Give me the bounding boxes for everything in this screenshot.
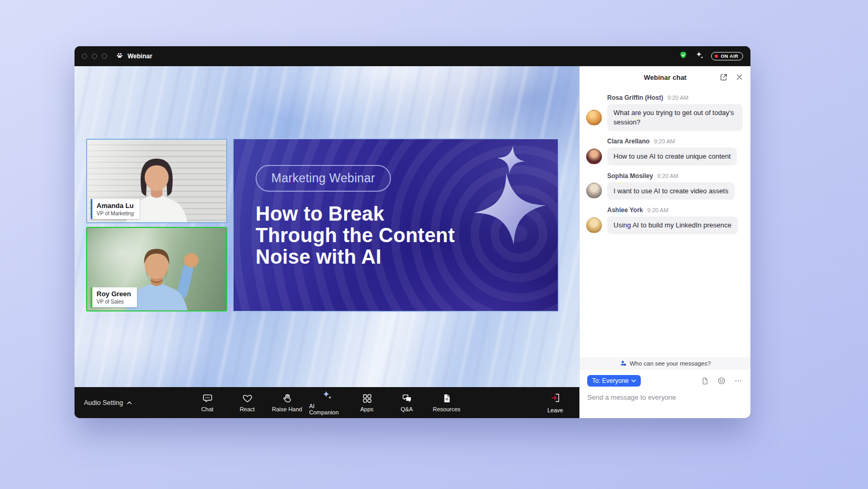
on-air-badge: ON AIR xyxy=(711,52,743,60)
heart-icon xyxy=(242,393,253,403)
avatar xyxy=(586,217,602,233)
message-bubble: Using AI to build my LinkedIn presence xyxy=(607,216,738,234)
video-stage: Amanda Lu VP of Marketing xyxy=(75,66,579,387)
leave-label: Leave xyxy=(547,407,563,413)
chat-message: Ashlee York 9:20 AM Using AI to build my… xyxy=(580,202,750,236)
minimize-window-button[interactable] xyxy=(92,54,97,59)
main-column: Amanda Lu VP of Marketing xyxy=(75,66,579,418)
message-bubble: I want to use AI to create video assets xyxy=(607,182,735,200)
message-timestamp: 9:20 AM xyxy=(654,138,675,144)
slide-title: How to Break Through the Content Noise w… xyxy=(256,203,455,268)
security-shield-icon[interactable] xyxy=(679,50,688,62)
avatar xyxy=(586,183,602,199)
chevron-down-icon xyxy=(631,379,636,382)
more-options-icon[interactable] xyxy=(734,376,743,386)
message-author: Ashlee York xyxy=(607,206,643,214)
chat-button[interactable]: Chat xyxy=(189,389,225,417)
toolbar-center: Chat React Raise Hand xyxy=(189,387,464,418)
toolbar-button-label: Apps xyxy=(360,406,373,412)
traffic-lights xyxy=(82,54,107,59)
qa-button[interactable]: Q&A xyxy=(389,389,425,417)
window-title-group: Webinar xyxy=(115,51,152,61)
document-icon xyxy=(441,393,452,403)
window-body: Amanda Lu VP of Marketing xyxy=(75,66,750,418)
leave-door-icon xyxy=(550,392,561,404)
toolbar-button-label: Q&A xyxy=(400,406,412,412)
meeting-toolbar: Audio Setting Chat xyxy=(75,387,579,418)
message-timestamp: 9:20 AM xyxy=(657,173,678,179)
chat-panel: Webinar chat Rosa Griffin (Host) xyxy=(579,66,750,418)
message-author: Sophia Mosiley xyxy=(607,172,653,180)
shared-slide: Marketing Webinar How to Break Through t… xyxy=(232,138,559,312)
chevron-up-icon xyxy=(126,399,132,407)
qa-bubbles-icon xyxy=(401,393,412,403)
react-button[interactable]: React xyxy=(229,389,265,417)
decorative-star-icon xyxy=(470,169,550,249)
privacy-person-icon xyxy=(620,360,627,368)
audio-setting-label: Audio Setting xyxy=(84,399,123,407)
ai-sparkle-icon[interactable] xyxy=(695,50,704,62)
toolbar-button-label: Raise Hand xyxy=(272,406,302,412)
message-bubble: What are you trying to get out of today'… xyxy=(607,104,743,131)
chat-message: Clara Arellano 9:20 AM How to use AI to … xyxy=(580,133,750,168)
apps-button[interactable]: Apps xyxy=(349,389,385,417)
chat-header-icons xyxy=(719,72,744,82)
window-title: Webinar xyxy=(128,53,152,60)
audio-setting-button[interactable]: Audio Setting xyxy=(84,399,132,407)
message-timestamp: 9:20 AM xyxy=(647,207,668,213)
message-privacy-row[interactable]: Who can see your messages? xyxy=(580,357,750,370)
ai-companion-sparkle-icon xyxy=(321,390,333,400)
chat-icon xyxy=(202,393,213,403)
message-input[interactable] xyxy=(587,393,743,401)
privacy-note: Who can see your messages? xyxy=(630,360,711,367)
chat-message-list[interactable]: Rosa Griffin (Host) 9:20 AM What are you… xyxy=(580,88,750,357)
raised-hand-icon xyxy=(282,393,293,403)
recipient-label: To: Everyone xyxy=(592,377,629,384)
leave-button[interactable]: Leave xyxy=(541,392,570,413)
video-tile-amanda[interactable]: Amanda Lu VP of Marketing xyxy=(86,139,227,223)
slide-badge: Marketing Webinar xyxy=(256,165,391,192)
on-air-label: ON AIR xyxy=(721,54,738,59)
participant-role: VP of Sales xyxy=(97,299,131,305)
chat-message: Sophia Mosiley 9:20 AM I want to use AI … xyxy=(580,168,750,202)
popout-icon[interactable] xyxy=(719,72,728,82)
avatar xyxy=(586,149,602,164)
participant-name: Amanda Lu xyxy=(97,202,134,210)
desktop: Webinar ON AIR xyxy=(0,0,868,489)
toolbar-button-label: Resources xyxy=(433,406,461,412)
avatar xyxy=(586,110,602,126)
toolbar-button-label: AI Companion xyxy=(309,403,345,415)
apps-grid-icon xyxy=(362,393,373,403)
recipient-selector[interactable]: To: Everyone xyxy=(587,375,641,387)
message-author: Rosa Griffin (Host) xyxy=(607,94,663,101)
chat-header: Webinar chat xyxy=(580,66,750,88)
slide-title-line: Noise with AI xyxy=(256,246,455,268)
titlebar-right: ON AIR xyxy=(679,50,743,62)
slide-title-line: How to Break xyxy=(256,203,455,225)
toolbar-button-label: Chat xyxy=(201,406,213,412)
maximize-window-button[interactable] xyxy=(102,54,107,59)
close-chat-icon[interactable] xyxy=(735,72,744,82)
on-air-dot-icon xyxy=(715,55,718,58)
webinar-window: Webinar ON AIR xyxy=(75,46,750,418)
chat-panel-title: Webinar chat xyxy=(644,74,686,81)
message-timestamp: 9:20 AM xyxy=(668,95,689,101)
toolbar-button-label: React xyxy=(240,406,255,412)
participant-name: Roy Green xyxy=(97,290,131,298)
webinar-paw-icon xyxy=(115,51,124,61)
titlebar: Webinar ON AIR xyxy=(75,46,750,66)
amanda-nametag: Amanda Lu VP of Marketing xyxy=(91,199,140,219)
video-tile-roy[interactable]: Roy Green VP of Sales xyxy=(86,227,227,311)
raise-hand-button[interactable]: Raise Hand xyxy=(269,389,305,417)
slide-title-line: Through the Content xyxy=(256,225,455,246)
attach-file-icon[interactable] xyxy=(700,376,710,386)
ai-companion-button[interactable]: AI Companion xyxy=(309,389,345,417)
chat-composer: To: Everyone xyxy=(580,370,750,418)
message-bubble: How to use AI to create unique content xyxy=(607,148,737,165)
resources-button[interactable]: Resources xyxy=(429,389,464,417)
close-window-button[interactable] xyxy=(82,54,87,59)
message-author: Clara Arellano xyxy=(607,138,650,145)
roy-nametag: Roy Green VP of Sales xyxy=(91,287,137,307)
chat-message: Rosa Griffin (Host) 9:20 AM What are you… xyxy=(580,89,750,133)
emoji-icon[interactable] xyxy=(717,376,726,386)
